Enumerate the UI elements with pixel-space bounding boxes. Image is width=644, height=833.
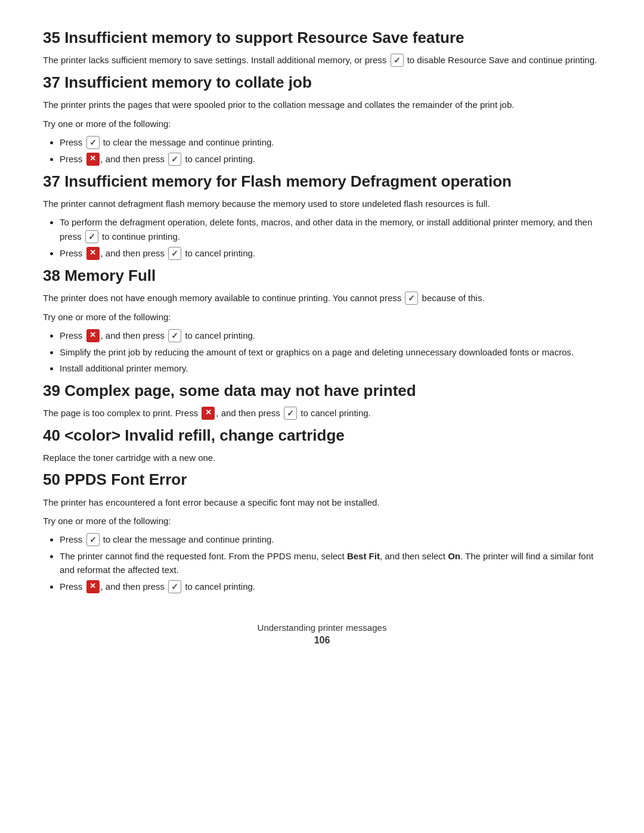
section-40: 40 <color> Invalid refill, change cartri… [43, 426, 601, 465]
check-button-icon [86, 533, 100, 546]
section-37-flash-list: To perform the defragment operation, del… [60, 215, 601, 260]
section-40-heading: 40 <color> Invalid refill, change cartri… [43, 426, 601, 445]
list-item: Simplify the print job by reducing the a… [60, 345, 601, 359]
section-37-flash-heading: 37 Insufficient memory for Flash memory … [43, 172, 601, 191]
section-37-collate: 37 Insufficient memory to collate job Th… [43, 73, 601, 166]
list-item: Press to clear the message and continue … [60, 532, 601, 547]
x-button-icon [86, 153, 100, 166]
list-item: Press , and then press to cancel printin… [60, 152, 601, 166]
check-button-icon [168, 580, 181, 593]
check-button-icon [391, 54, 404, 67]
list-item: To perform the defragment operation, del… [60, 215, 601, 243]
bold-best-fit: Best Fit [347, 551, 380, 561]
section-38-list: Press , and then press to cancel printin… [60, 329, 601, 376]
footer-label: Understanding printer messages [258, 623, 387, 633]
section-38: 38 Memory Full The printer does not have… [43, 267, 601, 376]
check-button-icon [284, 407, 297, 420]
page-number: 106 [43, 635, 601, 646]
list-item: Press to clear the message and continue … [60, 135, 601, 150]
section-38-para1: The printer does not have enough memory … [43, 291, 601, 305]
section-37-flash-para1: The printer cannot defragment flash memo… [43, 197, 601, 210]
section-37-collate-para1: The printer prints the pages that were s… [43, 98, 601, 112]
section-50-heading: 50 PPDS Font Error [43, 470, 601, 489]
page-footer: Understanding printer messages 106 [43, 623, 601, 646]
list-item: The printer cannot find the requested fo… [60, 549, 601, 577]
section-37-flash: 37 Insufficient memory for Flash memory … [43, 172, 601, 261]
section-50: 50 PPDS Font Error The printer has encou… [43, 470, 601, 593]
list-item: Press , and then press to cancel printin… [60, 580, 601, 594]
check-button-icon [168, 247, 181, 260]
check-button-icon [85, 230, 98, 243]
x-button-icon [86, 580, 100, 593]
section-37-collate-heading: 37 Insufficient memory to collate job [43, 73, 601, 92]
list-item: Press , and then press to cancel printin… [60, 329, 601, 343]
section-35-para1: The printer lacks sufficient memory to s… [43, 53, 601, 67]
list-item: Install additional printer memory. [60, 361, 601, 375]
section-50-list: Press to clear the message and continue … [60, 532, 601, 594]
section-39: 39 Complex page, some data may not have … [43, 382, 601, 420]
check-button-icon [86, 136, 100, 149]
x-button-icon [86, 329, 100, 342]
section-35: 35 Insufficient memory to support Resour… [43, 29, 601, 67]
section-50-para1: The printer has encountered a font error… [43, 496, 601, 509]
check-button-icon [168, 329, 181, 342]
section-38-heading: 38 Memory Full [43, 267, 601, 285]
x-button-icon [86, 247, 100, 260]
x-button-icon [202, 407, 215, 420]
check-button-icon [405, 292, 418, 305]
section-50-try: Try one or more of the following: [43, 514, 601, 528]
section-39-heading: 39 Complex page, some data may not have … [43, 382, 601, 400]
section-37-collate-list: Press to clear the message and continue … [60, 135, 601, 166]
check-button-icon [168, 153, 181, 166]
section-35-heading: 35 Insufficient memory to support Resour… [43, 29, 601, 47]
list-item: Press , and then press to cancel printin… [60, 246, 601, 261]
section-39-para1: The page is too complex to print. Press … [43, 406, 601, 420]
document-content: 35 Insufficient memory to support Resour… [43, 29, 601, 646]
section-37-collate-try: Try one or more of the following: [43, 117, 601, 131]
section-38-try: Try one or more of the following: [43, 310, 601, 324]
bold-on: On [448, 551, 460, 561]
section-40-para1: Replace the toner cartridge with a new o… [43, 451, 601, 465]
